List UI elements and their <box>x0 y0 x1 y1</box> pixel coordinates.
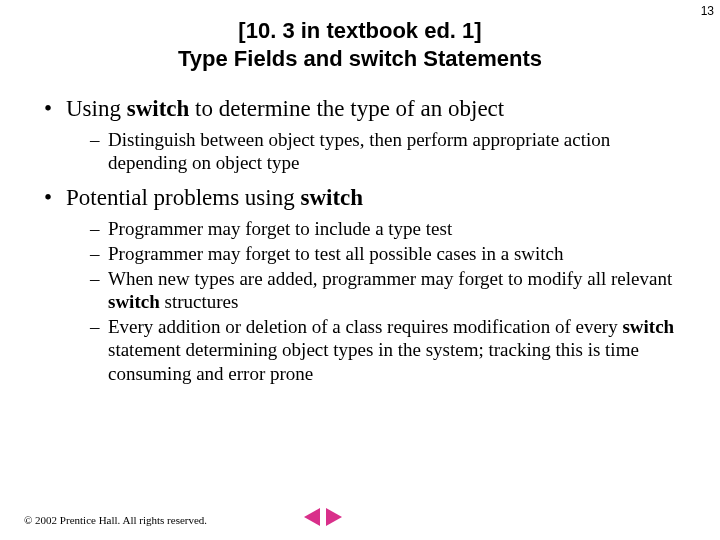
bullet-2-sub-3-post: structures <box>160 291 239 312</box>
bullet-2-prefix: Potential problems using <box>66 185 300 210</box>
title-line-2: Type Fields and switch Statements <box>0 46 720 72</box>
title-line-1: [10. 3 in textbook ed. 1] <box>0 18 720 44</box>
bullet-2-sub-3-bold: switch <box>108 291 160 312</box>
bullet-2-sub-4-pre: Every addition or deletion of a class re… <box>108 316 622 337</box>
bullet-2-bold: switch <box>300 185 363 210</box>
bullet-2-sub-4-bold: switch <box>622 316 674 337</box>
bullet-2-sub-1: Programmer may forget to include a type … <box>90 217 680 240</box>
next-slide-icon[interactable] <box>326 508 342 526</box>
bullet-1-suffix: to determine the type of an object <box>189 96 504 121</box>
bullet-2-sub-3: When new types are added, programmer may… <box>90 267 680 313</box>
bullet-2-sub-3-pre: When new types are added, programmer may… <box>108 268 672 289</box>
bullet-2-sub-4: Every addition or deletion of a class re… <box>90 315 680 385</box>
slide-body: Using switch to determine the type of an… <box>0 95 720 385</box>
prev-slide-icon[interactable] <box>304 508 320 526</box>
nav-buttons <box>304 508 342 526</box>
bullet-2-sub-4-post: statement determining object types in th… <box>108 339 639 383</box>
bullet-2-sub-2: Programmer may forget to test all possib… <box>90 242 680 265</box>
footer: © 2002 Prentice Hall. All rights reserve… <box>24 514 696 526</box>
slide-title: [10. 3 in textbook ed. 1] Type Fields an… <box>0 18 720 73</box>
copyright-text: © 2002 Prentice Hall. All rights reserve… <box>24 514 207 526</box>
bullet-2: Potential problems using switch Programm… <box>40 184 680 385</box>
bullet-1: Using switch to determine the type of an… <box>40 95 680 174</box>
bullet-1-prefix: Using <box>66 96 127 121</box>
bullet-1-bold: switch <box>127 96 190 121</box>
page-number: 13 <box>701 4 714 18</box>
bullet-1-sub-1: Distinguish between object types, then p… <box>90 128 680 174</box>
